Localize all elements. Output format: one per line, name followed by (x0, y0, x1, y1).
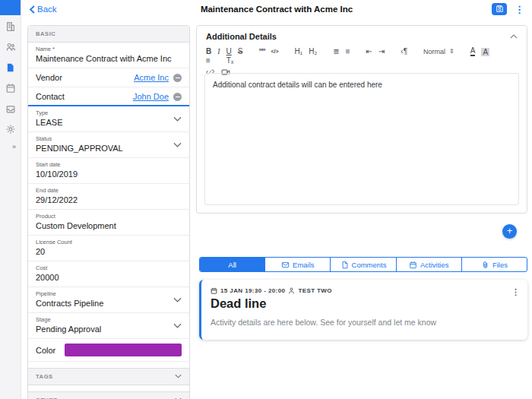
tab-files[interactable]: Files (462, 258, 527, 271)
field-contact-link[interactable]: John Doe (133, 92, 169, 101)
companies-icon (5, 21, 16, 35)
remove-vendor-button[interactable] (173, 74, 182, 82)
activity-icon (409, 261, 417, 269)
field-license-count-value: 20 (36, 247, 182, 257)
field-start-date-value: 10/10/2019 (36, 169, 182, 179)
field-name-value: Maintenance Contract with Acme Inc (36, 54, 182, 64)
save-button[interactable] (492, 3, 507, 15)
heading2-icon[interactable]: H₂ (309, 47, 317, 56)
tab-label: Emails (293, 261, 315, 269)
italic-icon[interactable]: I (217, 47, 220, 56)
field-cost-label: Cost (36, 264, 182, 271)
toolbar-group: ≣≡ (333, 47, 356, 56)
section-basic[interactable]: BASIC (28, 26, 189, 43)
sidebar-item-calendar[interactable] (5, 84, 17, 96)
blockquote-icon[interactable]: ”” (258, 47, 264, 56)
page-title: Maintenance Contract with Acme Inc (21, 5, 532, 14)
sidebar-item-documents[interactable] (5, 63, 17, 75)
field-color: Color (28, 339, 189, 362)
chevron-down-icon (173, 297, 182, 302)
code-icon[interactable]: </> (271, 47, 278, 56)
remove-contact-button[interactable] (173, 93, 182, 101)
tab-label: Activities (420, 261, 448, 269)
details-editor-text: Additional contract details will can be … (213, 81, 511, 89)
collapse-section-button[interactable] (510, 34, 518, 39)
format-select[interactable]: Normal⇕ (423, 47, 454, 56)
clear-format-icon[interactable]: Tₓ (226, 56, 233, 65)
chevron-left-icon (29, 5, 36, 14)
field-status[interactable]: StatusPENDING_APPROVAL (28, 132, 189, 158)
field-cost[interactable]: Cost20000 (28, 261, 189, 287)
contacts-icon (5, 42, 16, 55)
calendar-icon (211, 287, 217, 294)
header-actions: ⋮ (492, 3, 524, 15)
field-pipeline-label: Pipeline (36, 290, 173, 297)
details-editor[interactable]: Additional contract details will can be … (204, 73, 519, 205)
underline-icon[interactable]: U (226, 47, 232, 56)
field-pipeline-value: Contracts Pipeline (36, 299, 173, 309)
highlight-color-icon[interactable]: A (481, 48, 489, 56)
field-product-value: Custom Development (36, 221, 182, 231)
heading1-icon[interactable]: H₁ (295, 47, 303, 56)
additional-details-title: Additional Details (206, 32, 277, 41)
sidebar-header-block (0, 0, 21, 15)
tab-emails[interactable]: Emails (265, 258, 331, 271)
more-options-button[interactable]: ⋮ (515, 5, 524, 14)
sidebar-item-companies[interactable] (5, 22, 17, 34)
strike-icon[interactable]: S (238, 47, 243, 56)
text-direction-icon[interactable]: ‹¶ (401, 47, 407, 56)
bold-icon[interactable]: B (206, 47, 211, 56)
field-name[interactable]: Name *Maintenance Contract with Acme Inc (28, 43, 189, 68)
chevron-down-icon (173, 116, 182, 122)
activity-title: Dead line (211, 296, 518, 311)
field-product[interactable]: ProductCustom Development (28, 210, 189, 236)
field-start-date-label: Start date (36, 161, 182, 168)
activity-datetime: 15 JAN 19:30 - 20:00 (220, 287, 285, 294)
section-tags[interactable]: TAGS (28, 368, 189, 385)
sidebar-expand-button[interactable]: » (0, 137, 21, 150)
tab-all[interactable]: All (200, 258, 265, 271)
sidebar-item-settings[interactable] (5, 125, 17, 137)
field-vendor: VendorAcme Inc (28, 68, 189, 87)
chevron-down-icon (173, 142, 182, 147)
field-end-date[interactable]: End date29/12/2022 (28, 184, 189, 210)
calendar-icon (5, 83, 16, 97)
field-license-count-label: License Count (36, 239, 182, 245)
field-contact: ContactJohn Doe (28, 87, 189, 106)
tab-label: All (228, 261, 236, 269)
chevron-down-icon (175, 373, 182, 380)
toolbar-group: ⇤⇥ (366, 47, 391, 56)
sidebar-item-contacts[interactable] (5, 43, 17, 55)
inbox-icon (5, 103, 16, 117)
field-stage[interactable]: StagePending Approval (28, 313, 189, 339)
sidebar-item-inbox[interactable] (5, 104, 17, 116)
tab-activities[interactable]: Activities (397, 258, 462, 271)
field-stage-label: Stage (36, 316, 173, 323)
additional-details-card: Additional Details BIUS””</>H₁H₂≣≡⇤⇥‹¶No… (196, 25, 527, 214)
section-other[interactable]: OTHER (28, 391, 189, 399)
icon-sidebar: » (0, 0, 21, 399)
field-license-count[interactable]: License Count20 (28, 236, 189, 261)
field-cost-value: 20000 (36, 273, 182, 283)
add-activity-button[interactable]: + (502, 224, 517, 239)
field-start-date[interactable]: Start date10/10/2019 (28, 158, 189, 184)
indent-icon[interactable]: ⇥ (378, 47, 385, 56)
field-pipeline[interactable]: PipelineContracts Pipeline (28, 287, 189, 313)
align-icon[interactable]: ≡ (206, 56, 211, 65)
color-swatch[interactable] (65, 344, 182, 356)
field-type[interactable]: TypeLEASE (28, 106, 189, 132)
back-button[interactable]: Back (29, 5, 57, 14)
bullet-list-icon[interactable]: ≡ (346, 47, 350, 56)
activity-menu-button[interactable]: ⋮ (511, 287, 520, 297)
outdent-icon[interactable]: ⇤ (366, 47, 372, 56)
main-panel: Additional Details BIUS””</>H₁H₂≣≡⇤⇥‹¶No… (196, 25, 527, 399)
tab-comments[interactable]: Comments (331, 258, 396, 271)
field-name-label: Name * (36, 46, 182, 52)
field-product-label: Product (36, 213, 182, 220)
field-vendor-link[interactable]: Acme Inc (134, 73, 169, 82)
text-color-icon[interactable]: A (470, 47, 476, 56)
activity-meta: 15 JAN 19:30 - 20:00 TEST TWO (211, 287, 518, 294)
section-basic-label: BASIC (36, 30, 55, 37)
ordered-list-icon[interactable]: ≣ (333, 47, 339, 56)
field-status-value: PENDING_APPROVAL (36, 144, 173, 154)
